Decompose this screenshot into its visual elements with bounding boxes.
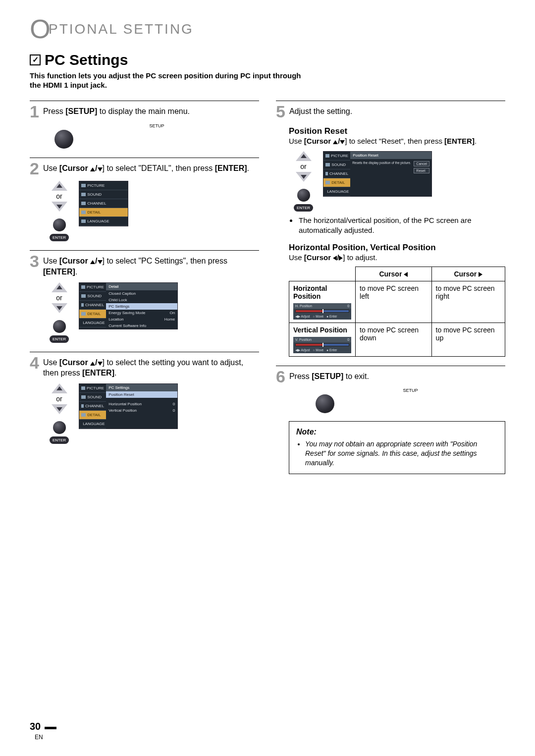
h-position-slider: H. Position0 ◀▶ Adjust ○ Move ● Enter (293, 303, 351, 320)
position-table: Cursor Cursor Horizontal Position H. Pos… (289, 267, 505, 357)
step-3-text: Use [Cursor /] to select "PC Settings", … (43, 254, 259, 277)
step-2-text: Use [Cursor /] to select "DETAIL", then … (43, 161, 249, 174)
step-number: 1 (30, 104, 39, 119)
position-reset-heading: Position Reset (289, 126, 505, 136)
down-icon (98, 167, 103, 171)
position-reset-bullet: The horizontal/vertical position, of the… (298, 216, 505, 236)
page-number: 30 EN (30, 721, 55, 741)
step-6-text: Press [SETUP] to exit. (289, 369, 369, 382)
step-5: 5 Adjust the setting. Position Reset Use… (276, 101, 505, 357)
osd-pcsettings-menu: PICTURE SOUND CHANNEL DETAIL LANGUAGE PC… (79, 383, 178, 429)
setup-button-icon (316, 394, 334, 413)
osd-position-reset: PICTURE SOUND CHANNEL DETAIL LANGUAGE Po… (323, 151, 432, 197)
title-text: PC Settings (45, 52, 128, 68)
step-5-text: Adjust the setting. (289, 104, 352, 117)
remote-updown-icon: or ENTER (50, 282, 69, 343)
note-title: Note: (296, 427, 498, 437)
th-cursor-left: Cursor (356, 267, 432, 281)
remote-updown-icon: or ENTER (50, 383, 69, 444)
remote-updown-icon: or ENTER (50, 181, 69, 241)
h-right-action: to move PC screen right (431, 281, 505, 323)
section-title: ✓ PC Settings (30, 52, 505, 68)
subtitle-text: This function lets you adjust the PC scr… (30, 71, 307, 90)
page-header: O PTIONAL SETTING (30, 20, 505, 39)
remote-updown-icon: or ENTER (294, 151, 313, 212)
setup-label: SETUP (54, 123, 259, 128)
step-number: 2 (30, 161, 39, 176)
h-left-action: to move PC screen left (356, 281, 432, 323)
checkbox-icon: ✓ (30, 54, 41, 65)
osd-detail-menu: PICTURE SOUND CHANNEL DETAIL LANGUAGE De… (79, 282, 178, 329)
v-left-action: to move PC screen down (356, 323, 432, 356)
header-rest: PTIONAL SETTING (49, 21, 194, 37)
osd-main-menu: PICTURE SOUND CHANNEL DETAIL LANGUAGE (79, 181, 128, 226)
up-icon (90, 167, 95, 171)
step-number: 6 (276, 369, 285, 384)
step-1-text: Press [SETUP] to display the main menu. (43, 104, 190, 117)
step-number: 5 (276, 104, 285, 119)
setup-button-icon (54, 130, 73, 149)
step-number: 3 (30, 254, 39, 269)
hv-position-heading: Horizontal Position, Vertical Position (289, 243, 505, 253)
step-number: 4 (30, 355, 39, 371)
header-initial: O (30, 20, 51, 39)
note-box: Note: You may not obtain an appropriate … (289, 421, 505, 474)
step-1: 1 Press [SETUP] to display the main menu… (30, 101, 259, 149)
step-3: 3 Use [Cursor /] to select "PC Settings"… (30, 250, 259, 342)
v-position-slider: V. Position0 ◀▶ Adjust ○ Move ● Enter (293, 337, 351, 353)
note-text: You may not obtain an appropriate screen… (305, 439, 498, 468)
position-reset-text: Use [Cursor /] to select "Reset", then p… (289, 136, 505, 146)
step-4: 4 Use [Cursor /] to select the setting y… (30, 352, 259, 444)
th-cursor-right: Cursor (431, 267, 505, 281)
step-2: 2 Use [Cursor /] to select "DETAIL", the… (30, 158, 259, 242)
step-6: 6 Press [SETUP] to exit. SETUP Note: You… (276, 366, 505, 474)
v-right-action: to move PC screen up (431, 323, 505, 356)
step-4-text: Use [Cursor /] to select the setting you… (43, 355, 259, 378)
hv-position-text: Use [Cursor /] to adjust. (289, 253, 505, 263)
setup-label: SETUP (316, 388, 505, 393)
